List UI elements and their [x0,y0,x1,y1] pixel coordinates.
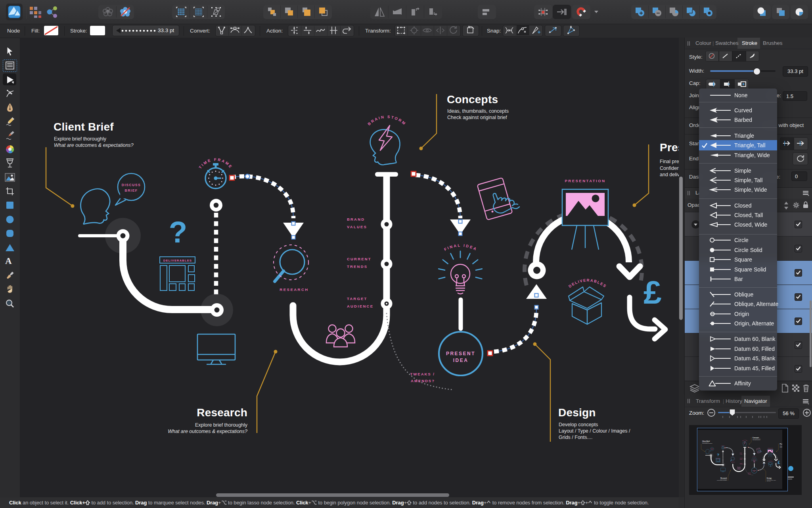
svg-text:Explore brief thoroughly: Explore brief thoroughly [54,136,107,142]
svg-text:£: £ [643,274,662,310]
svg-text:BRAND: BRAND [347,217,365,221]
svg-text:Grids / Fonts....: Grids / Fonts.... [559,435,592,440]
svg-text:Develop concepts: Develop concepts [559,422,598,427]
svg-text:CURRENT: CURRENT [347,257,372,261]
svg-text:Explore brief thoroughly: Explore brief thoroughly [195,422,248,428]
svg-text:Check against original brief: Check against original brief [447,115,507,120]
svg-text:TWEAKS /: TWEAKS / [410,372,435,376]
svg-text:TRENDS: TRENDS [347,264,368,269]
svg-text:TARGET: TARGET [347,296,368,301]
svg-text:Confident delivery, relaxed: Confident delivery, relaxed [660,165,679,171]
svg-text:Research: Research [197,406,247,419]
svg-text:Presents: Presents [660,141,679,154]
svg-text:AUDIENCE: AUDIENCE [347,304,373,308]
svg-text:RESEARCH: RESEARCH [280,287,308,292]
svg-text:PRESENT: PRESENT [446,351,475,356]
svg-text:PRESENTATION: PRESENTATION [565,179,605,183]
svg-text:What are outcomes & expectatio: What are outcomes & expectations? [54,142,134,148]
svg-text:Ideas, thumbnails, concepts: Ideas, thumbnails, concepts [447,108,509,114]
svg-text:IDEA: IDEA [453,358,469,363]
svg-text:DISCUSS: DISCUSS [122,183,141,187]
svg-text:BRIEF: BRIEF [125,189,138,192]
svg-text:What are outcomes & expectatio: What are outcomes & expectations? [168,429,247,434]
svg-text:DELIVERABLES: DELIVERABLES [163,259,192,262]
svg-text:Layout / Type / Colour / Image: Layout / Type / Colour / Images / [559,428,630,434]
svg-text:Client Brief: Client Brief [54,121,114,133]
svg-text:VALUES: VALUES [347,225,367,229]
svg-text:and deliverables prepared: and deliverables prepared [660,172,679,177]
svg-text:?: ? [169,215,187,249]
svg-text:AMENDS?: AMENDS? [411,379,435,383]
svg-text:Final presentation to client.: Final presentation to client. [660,159,679,164]
svg-text:Design: Design [558,406,596,419]
svg-text:Concepts: Concepts [447,93,498,106]
